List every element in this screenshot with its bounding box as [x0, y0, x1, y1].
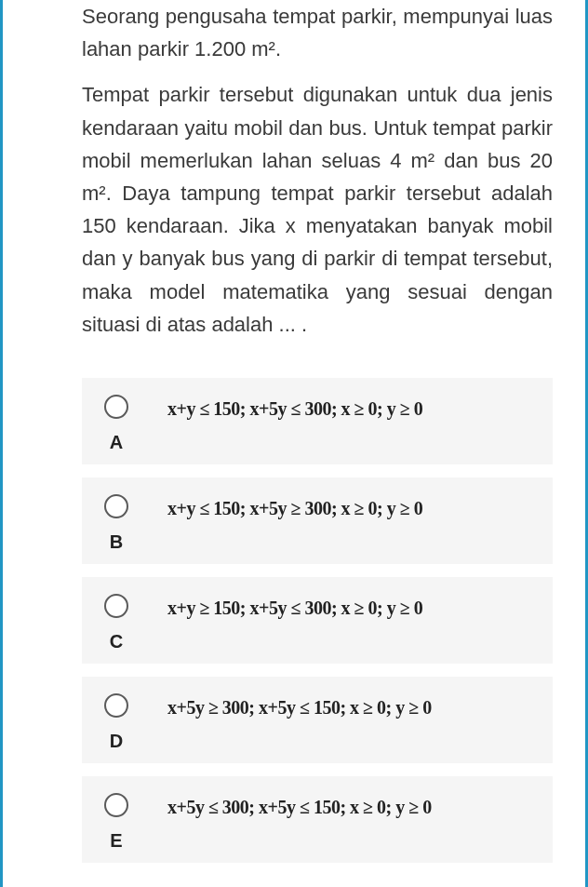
radio-d[interactable]: [104, 693, 128, 718]
option-a-left: A: [93, 395, 140, 453]
option-e[interactable]: E x+5y ≤ 300; x+5y ≤ 150; x ≥ 0; y ≥ 0: [82, 776, 553, 863]
option-a-expression: x+y ≤ 150; x+5y ≤ 300; x ≥ 0; y ≥ 0: [140, 395, 541, 420]
option-e-left: E: [93, 793, 140, 852]
option-b[interactable]: B x+y ≤ 150; x+5y ≥ 300; x ≥ 0; y ≥ 0: [82, 477, 553, 564]
radio-a[interactable]: [104, 395, 128, 419]
radio-e[interactable]: [104, 793, 128, 817]
option-e-expression: x+5y ≤ 300; x+5y ≤ 150; x ≥ 0; y ≥ 0: [140, 793, 541, 818]
question-paragraph-2: Tempat parkir tersebut digunakan untuk d…: [82, 78, 553, 341]
question-text: Seorang pengusaha tempat parkir, mempuny…: [82, 0, 553, 341]
option-c[interactable]: C x+y ≥ 150; x+5y ≤ 300; x ≥ 0; y ≥ 0: [82, 577, 553, 664]
radio-b[interactable]: [104, 494, 128, 518]
option-c-expression: x+y ≥ 150; x+5y ≤ 300; x ≥ 0; y ≥ 0: [140, 594, 541, 619]
option-d-left: D: [93, 693, 140, 752]
option-a[interactable]: A x+y ≤ 150; x+5y ≤ 300; x ≥ 0; y ≥ 0: [82, 378, 553, 464]
question-paragraph-1: Seorang pengusaha tempat parkir, mempuny…: [82, 0, 553, 65]
option-b-expression: x+y ≤ 150; x+5y ≥ 300; x ≥ 0; y ≥ 0: [140, 494, 541, 519]
option-e-label: E: [110, 830, 122, 852]
option-a-label: A: [110, 432, 123, 453]
quiz-content: Seorang pengusaha tempat parkir, mempuny…: [3, 0, 585, 887]
option-c-left: C: [93, 594, 140, 652]
option-d-expression: x+5y ≥ 300; x+5y ≤ 150; x ≥ 0; y ≥ 0: [140, 693, 541, 719]
option-d-label: D: [110, 731, 123, 752]
radio-c[interactable]: [104, 594, 128, 618]
option-c-label: C: [110, 631, 123, 652]
option-d[interactable]: D x+5y ≥ 300; x+5y ≤ 150; x ≥ 0; y ≥ 0: [82, 677, 553, 763]
quiz-frame: Seorang pengusaha tempat parkir, mempuny…: [0, 0, 588, 887]
options-list: A x+y ≤ 150; x+5y ≤ 300; x ≥ 0; y ≥ 0 B …: [82, 378, 553, 863]
option-b-left: B: [93, 494, 140, 553]
option-b-label: B: [110, 531, 123, 553]
